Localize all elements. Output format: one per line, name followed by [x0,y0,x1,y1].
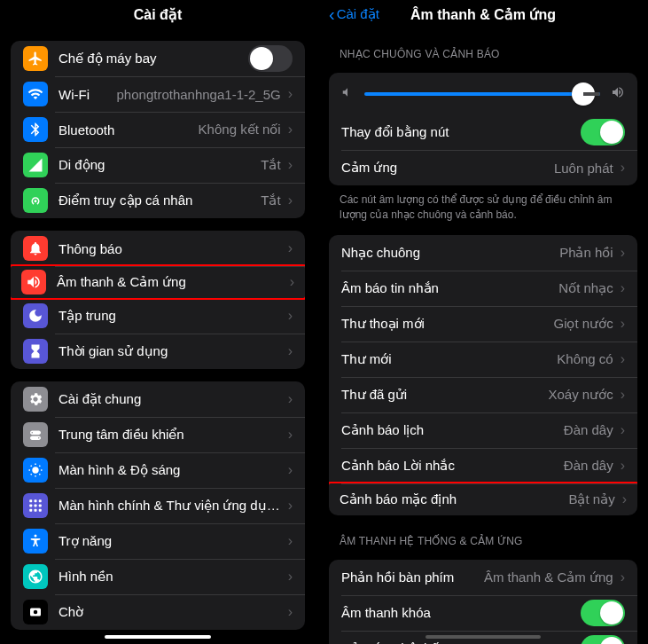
row-label: Chờ [59,604,281,620]
hotspot-icon [23,188,48,213]
chevron-right-icon: › [621,351,625,367]
row-value: Tắt [261,192,280,208]
settings-row[interactable]: Màn hình chính & Thư viện ứng dụng› [11,488,305,523]
chevron-right-icon: › [288,427,293,443]
row-label: Thư mới [341,351,550,367]
svg-rect-3 [29,505,32,507]
settings-row[interactable]: Thư đã gửiXoáy nước› [329,377,637,412]
section-header: ÂM THANH HỆ THỐNG & CẢM ỨNG [340,535,627,547]
settings-row[interactable]: Cảnh báo lịchĐàn dây› [329,412,637,448]
row-value: phongtrothanhnga1-1-2_5G [117,87,281,102]
settings-row[interactable]: Wi-Fiphongtrothanhnga1-1-2_5G› [11,76,305,112]
settings-row[interactable]: Thời gian sử dụng› [11,334,305,369]
settings-row[interactable]: Trung tâm điều khiển› [11,417,305,452]
toggle-switch[interactable] [581,635,625,644]
row-label: Hình nền [59,569,281,585]
toggle-switch[interactable] [581,119,625,145]
row-label: Màn hình chính & Thư viện ứng dụng [59,498,281,514]
settings-row[interactable]: Thư thoại mớiGiọt nước› [329,306,637,342]
speaker-low-icon [341,86,354,101]
row-value: Bật nảy [568,491,614,507]
settings-row[interactable]: Phản hồi bàn phímÂm thanh & Cảm ứng› [329,560,637,595]
toggle-switch[interactable] [581,600,625,626]
chevron-right-icon: › [621,387,625,403]
row-label: Chế độ máy bay [59,51,248,67]
back-label: Cài đặt [337,6,379,22]
chevron-right-icon: › [621,316,625,332]
bell-icon [23,236,48,261]
settings-row[interactable]: Nhạc chuôngPhản hồi› [329,235,637,271]
settings-row[interactable]: Di độngTắt› [11,147,305,183]
section-header: NHẠC CHUÔNG VÀ CẢNH BÁO [340,48,627,60]
gear-icon [23,387,48,412]
row-value: Tắt [261,157,280,173]
chevron-left-icon: ‹ [329,5,335,23]
settings-row[interactable]: Âm báo tin nhắnNốt nhạc› [329,271,637,306]
svg-rect-4 [35,505,37,507]
svg-rect-8 [39,509,42,512]
row-value: Luôn phát [554,161,613,176]
row-label: Âm báo tin nhắn [341,280,551,296]
settings-row[interactable]: Thư mớiKhông có› [329,342,637,377]
settings-row[interactable]: Màn hình & Độ sáng› [11,452,305,488]
settings-row[interactable]: Thay đổi bằng nút [329,114,637,150]
settings-row[interactable]: Cảm ứngLuôn phát› [329,150,637,185]
cellular-icon [23,153,48,177]
chevron-right-icon: › [288,308,293,324]
slider-thumb[interactable] [572,82,595,106]
row-label: Cảm ứng hệ thống [341,640,581,644]
row-label: Cài đặt chung [59,391,281,407]
settings-row[interactable]: Chờ› [11,594,305,630]
svg-point-9 [35,535,37,538]
sounds-group: Nhạc chuôngPhản hồi›Âm báo tin nhắnNốt n… [329,235,637,515]
header: Cài đặt [0,0,316,28]
settings-row[interactable]: Thông báo› [11,231,305,266]
wallpaper-icon [23,564,48,589]
settings-row[interactable]: Cài đặt chung› [11,381,305,417]
settings-row[interactable]: Trợ năng› [11,523,305,559]
row-label: Cảm ứng [341,160,547,176]
chevron-right-icon: › [288,533,293,549]
settings-screen: Cài đặt Chế độ máy bayWi-Fiphongtrothanh… [0,0,316,644]
settings-row[interactable]: Âm thanh khóa [329,595,637,631]
chevron-right-icon: › [621,458,625,474]
chevron-right-icon: › [288,498,293,514]
settings-row[interactable]: Chế độ máy bay [11,41,305,76]
row-label: Trung tâm điều khiển [59,427,281,443]
row-value: Không có [557,351,613,366]
row-label: Di động [59,157,254,173]
chevron-right-icon: › [621,422,625,438]
accessibility-icon [23,529,48,554]
back-button[interactable]: ‹ Cài đặt [329,5,379,23]
svg-rect-0 [29,499,32,502]
row-label: Âm thanh khóa [341,605,581,620]
chevron-right-icon: › [288,569,293,585]
row-label: Điểm truy cập cá nhân [59,192,254,208]
settings-row[interactable]: Điểm truy cập cá nhânTắt› [11,183,305,218]
chevron-right-icon: › [288,192,293,208]
connectivity-group: Chế độ máy bayWi-Fiphongtrothanhnga1-1-2… [11,41,305,218]
row-value: Đàn dây [564,458,613,473]
svg-rect-1 [35,499,37,502]
wifi-icon [23,82,48,106]
chevron-right-icon: › [288,86,293,102]
header: ‹ Cài đặt Âm thanh & Cảm ứng [318,0,648,28]
chevron-right-icon: › [288,343,293,359]
speaker-high-icon [611,85,625,102]
row-label: Nhạc chuông [341,245,552,261]
toggle-switch[interactable] [248,45,293,72]
volume-slider[interactable] [364,92,600,96]
settings-row[interactable]: BluetoothKhông kết nối› [11,112,305,147]
sounds-screen: ‹ Cài đặt Âm thanh & Cảm ứng NHẠC CHUÔNG… [318,0,648,644]
home-indicator[interactable] [425,635,541,639]
chevron-right-icon: › [288,462,293,478]
row-label: Thay đổi bằng nút [341,124,581,140]
settings-row[interactable]: Hình nền› [11,559,305,594]
settings-row[interactable]: Cảnh báo mặc địnhBật nảy› [329,482,637,515]
settings-row[interactable]: Cảnh báo Lời nhắcĐàn dây› [329,448,637,483]
settings-row[interactable]: Âm thanh & Cảm ứng› [11,264,305,300]
settings-row[interactable]: Tập trung› [11,298,305,334]
row-label: Bluetooth [59,122,191,137]
home-indicator[interactable] [105,635,211,639]
row-value: Phản hồi [559,245,613,261]
